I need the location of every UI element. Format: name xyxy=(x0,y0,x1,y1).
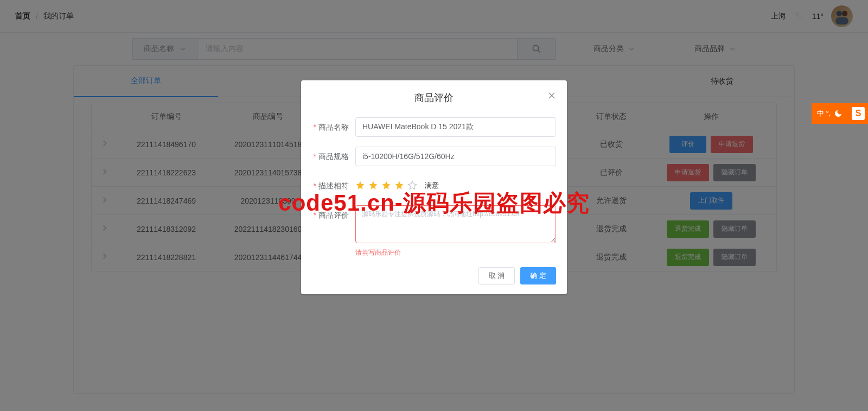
dialog-title: 商品评价 xyxy=(312,91,556,104)
star-icon[interactable] xyxy=(368,180,378,192)
label-match: *描述相符 xyxy=(312,176,355,195)
star-icon[interactable] xyxy=(407,180,417,192)
confirm-button[interactable]: 确 定 xyxy=(520,267,556,284)
review-dialog: 商品评价 *商品名称 *商品规格 *描述相符 满意 *商品评价 源码乐园专注提供… xyxy=(301,80,567,294)
star-icon[interactable] xyxy=(394,180,404,192)
ime-widget[interactable]: 中 °, S xyxy=(812,103,868,124)
rating-stars[interactable]: 满意 xyxy=(355,176,556,195)
cancel-button[interactable]: 取 消 xyxy=(478,267,515,284)
close-icon xyxy=(547,91,556,100)
rate-text: 满意 xyxy=(425,181,439,191)
ime-mode: 中 °, xyxy=(817,109,831,118)
review-error: 请填写商品评价 xyxy=(355,248,556,257)
dialog-close-button[interactable] xyxy=(547,91,556,102)
label-product-name: *商品名称 xyxy=(312,117,355,137)
star-icon[interactable] xyxy=(381,180,391,192)
moon-icon xyxy=(834,109,843,118)
ime-badge: S xyxy=(852,107,865,120)
label-product-spec: *商品规格 xyxy=(312,147,355,166)
review-textarea[interactable] xyxy=(355,205,556,243)
product-name-input[interactable] xyxy=(355,117,556,137)
product-spec-input[interactable] xyxy=(355,147,556,166)
modal-overlay: 商品评价 *商品名称 *商品规格 *描述相符 满意 *商品评价 源码乐园专注提供… xyxy=(0,0,868,411)
label-review: *商品评价 xyxy=(312,205,355,225)
star-icon[interactable] xyxy=(355,180,365,192)
